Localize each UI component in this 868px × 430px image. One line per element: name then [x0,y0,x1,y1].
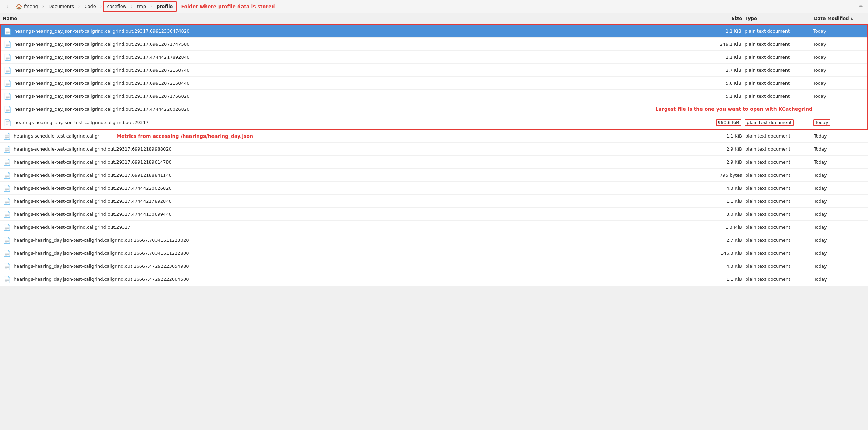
file-name: hearings-hearing_day.json-test-callgrind… [14,264,708,269]
file-size: 5.1 KiB [707,94,745,99]
file-icon: 📄 [3,79,12,87]
file-name: hearings-hearing_day.json-test-callgrind… [14,251,708,256]
col-header-size[interactable]: Size [708,16,745,21]
edit-path-button[interactable]: ✏ [856,2,866,11]
file-size: 1.1 KiB [708,199,745,204]
file-size: 1.1 KiB [707,55,745,60]
size-highlight-value: 960.6 KiB [716,119,741,126]
table-row[interactable]: 📄 hearings-schedule-test-callgrind.callg… [0,195,868,208]
folder-annotation: Folder where profile data is stored [181,4,275,9]
file-icon: 📄 [3,249,11,258]
breadcrumb-bar: ‹ 🏠 ftseng › Documents › Code › caseflow… [0,0,868,13]
file-size: 3.0 KiB [708,212,745,217]
file-icon: 📄 [3,275,11,284]
breadcrumb-home[interactable]: 🏠 ftseng [12,2,41,11]
table-row[interactable]: 📄 hearings-schedule-test-callgrind.callg… [0,169,868,182]
file-date: Today [813,28,865,34]
file-icon: 📄 [3,27,12,35]
type-highlight-value: plain text document [745,119,794,126]
file-type: plain text document [745,28,813,34]
file-type: plain text document [745,251,814,256]
file-date: Today [814,146,865,152]
table-row[interactable]: 📄 hearings-hearing_day.json-test-callgri… [0,273,868,286]
table-row[interactable]: 📄 hearings-schedule-test-callgrind.callg… [0,208,868,221]
file-type: plain text document [745,41,813,47]
breadcrumb-caseflow-label: caseflow [107,4,127,9]
file-size: 1.3 MiB [708,225,745,230]
file-icon: 📄 [3,66,12,74]
date-highlight-value: Today [813,119,830,126]
file-icon: 📄 [3,210,11,218]
table-row[interactable]: 📄 hearings-schedule-test-callgrind.callg… [0,156,868,169]
file-icon: 📄 [3,223,11,231]
file-date: Today [813,55,865,60]
file-name: hearings-schedule-test-callgrind.callgri… [14,199,708,204]
table-row[interactable]: 📄 hearings-hearing_day.json-test-callgri… [1,51,867,64]
breadcrumb-sep-4: › [131,4,133,9]
file-date: Today [814,133,865,139]
table-row[interactable]: 📄 hearings-hearing_day.json-test-callgri… [1,64,867,77]
table-row[interactable]: 📄 hearings-schedule-test-callgrind.callg… [0,182,868,195]
table-row[interactable]: 📄 hearings-hearing_day.json-test-callgri… [1,38,867,51]
file-name: hearings-hearing_day.json-test-callgrind… [14,238,708,243]
breadcrumb-profile-label: profile [157,4,173,9]
file-icon: 📄 [3,40,12,48]
file-size: 2.9 KiB [708,159,745,165]
file-icon: 📄 [3,236,11,244]
breadcrumb-tmp-label: tmp [137,4,146,9]
file-date: Today [814,172,865,178]
breadcrumb-sep-2: › [78,4,80,9]
table-row[interactable]: 📄 hearings-hearing_day.json-test-callgri… [1,77,867,90]
file-name: hearings-schedule-test-callgrind.callgri… [14,159,708,165]
file-date: Today [814,186,865,191]
file-size: 1.1 KiB [707,28,745,34]
file-icon: 📄 [3,105,12,114]
breadcrumb-code-label: Code [84,4,96,9]
table-row[interactable]: 📄 hearings-schedule-test-callgrind.callg… [0,143,868,156]
file-icon: 📄 [3,145,11,153]
table-row[interactable]: 📄 hearings-schedule-test-callgrind.callg… [0,221,868,234]
largest-file-row-container: Largest file is the one you want to open… [1,116,867,129]
file-type: plain text document [745,55,813,60]
file-name: hearings-schedule-test-callgrind.callgri… [14,212,708,217]
table-row[interactable]: 📄 hearings-hearing_day.json-test-callgri… [1,25,867,38]
file-list: 📄 hearings-hearing_day.json-test-callgri… [0,24,868,286]
file-size: 2.7 KiB [708,238,745,243]
file-date: Today [814,159,865,165]
file-name: hearings-schedule-test-callgrind.callgri… [14,225,708,230]
table-row[interactable]: 📄 hearings-hearing_day.json-test-callgri… [1,90,867,103]
file-icon: 📄 [3,184,11,192]
file-name: hearings-hearing_day.json-test-callgrind… [14,120,707,125]
file-date: Today [814,212,865,217]
file-name: hearings-hearing_day.json-test-callgrind… [14,28,707,34]
file-name: hearings-hearing_day.json-test-callgrind… [14,107,707,112]
col-header-name[interactable]: Name [3,16,708,21]
file-name: hearings-schedule-test-callgrind.callgri… [14,186,708,191]
table-row[interactable]: 📄 hearings-hearing_day.json-test-callgri… [0,234,868,247]
breadcrumb-documents[interactable]: Documents [45,2,77,11]
file-name: hearings-schedule-test-callgrind.callgr [14,133,708,139]
table-row[interactable]: 📄 hearings-hearing_day.json-test-callgri… [0,247,868,260]
file-date: Today [814,199,865,204]
file-date: Today [814,225,865,230]
nav-back-button[interactable]: ‹ [2,2,12,11]
file-date: Today [814,238,865,243]
file-type: plain text document [745,264,814,269]
col-header-type[interactable]: Type [745,16,814,21]
breadcrumb-code[interactable]: Code [81,2,99,11]
file-size: 1.1 KiB [708,277,745,282]
table-row[interactable]: 📄 hearings-hearing_day.json-test-callgri… [1,103,867,116]
file-type: plain text document [745,277,814,282]
col-header-date[interactable]: Date Modified ▲ [814,16,865,21]
breadcrumb-highlighted-group: caseflow › tmp › profile [103,1,177,12]
breadcrumb-sep-3: › [100,4,102,9]
breadcrumb-profile[interactable]: profile [153,2,176,11]
table-row[interactable]: 📄 hearings-schedule-test-callgrind.callg… [0,130,868,143]
breadcrumb-documents-label: Documents [49,4,74,9]
breadcrumb-tmp[interactable]: tmp [134,2,149,11]
table-row[interactable]: 📄 hearings-hearing_day.json-test-callgri… [1,116,867,129]
table-row[interactable]: 📄 hearings-hearing_day.json-test-callgri… [0,260,868,273]
breadcrumb-caseflow[interactable]: caseflow [104,2,130,11]
file-type: plain text document [745,225,814,230]
file-icon: 📄 [3,92,12,100]
